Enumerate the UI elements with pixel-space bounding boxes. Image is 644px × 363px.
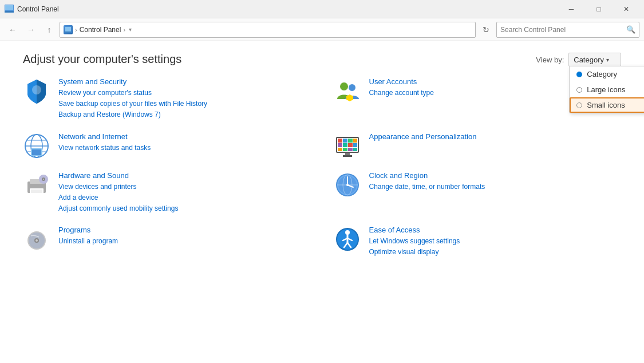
option-category-label: Category [587,70,617,78]
svg-rect-1 [5,11,14,13]
hardware-sound-link-2[interactable]: Add a device [58,192,178,203]
system-security-icon [23,77,50,105]
search-box[interactable]: 🔍 [496,22,639,38]
svg-rect-35 [31,190,42,193]
network-internet-link-1[interactable]: View network status and tasks [58,143,151,153]
item-programs: Programs Uninstall a program [23,226,311,258]
search-input[interactable] [500,26,626,34]
path-dropdown-arrow: ▾ [129,26,132,33]
title-bar-left: Control Panel [5,5,59,14]
svg-rect-2 [5,5,13,10]
system-security-title[interactable]: System and Security [58,77,207,86]
main-content: Adjust your computer's settings View by:… [0,41,644,363]
option-large-icons-label: Large icons [587,85,625,94]
system-security-link-2[interactable]: Save backup copies of your files with Fi… [58,98,207,109]
user-accounts-icon [334,77,361,105]
hardware-sound-title[interactable]: Hardware and Sound [58,171,178,180]
view-by-menu: Category Large icons Small icons 1 [569,66,644,113]
svg-rect-25 [353,143,357,147]
network-internet-icon [23,132,50,160]
programs-content: Programs Uninstall a program [58,226,118,247]
back-button[interactable]: ← [5,22,21,38]
close-button[interactable]: ✕ [613,0,639,18]
svg-point-6 [32,85,41,94]
appearance-title[interactable]: Appearance and Personalization [369,132,477,141]
refresh-button[interactable]: ↻ [478,22,494,38]
path-separator-1: › [75,26,77,33]
system-security-link-3[interactable]: Backup and Restore (Windows 7) [58,109,207,120]
radio-selected-icon [576,72,582,77]
ease-of-access-icon [334,226,361,253]
forward-button[interactable]: → [23,22,39,38]
item-clock-region: Clock and Region Change date, time, or n… [334,171,622,215]
item-network-internet: Network and Internet View network status… [23,132,311,160]
page-title: Adjust your computer's settings [23,53,621,66]
svg-point-8 [349,84,355,91]
network-internet-content: Network and Internet View network status… [58,132,151,153]
appearance-icon [334,132,361,160]
dropdown-arrow-icon: ▾ [606,57,609,63]
svg-point-7 [340,82,348,90]
minimize-button[interactable]: ─ [558,0,584,18]
programs-icon [23,226,50,253]
radio-empty-icon-2 [576,102,582,108]
option-small-icons[interactable]: Small icons 1 [570,97,644,113]
maximize-button[interactable]: □ [586,0,612,18]
svg-rect-26 [338,148,342,151]
view-by-value: Category [574,56,604,64]
user-accounts-title[interactable]: User Accounts [369,77,434,86]
hardware-sound-icon [23,171,50,199]
option-small-icons-label: Small icons [587,101,625,109]
svg-rect-20 [348,139,353,143]
clock-region-link-1[interactable]: Change date, time, or number formats [369,182,485,192]
window-title: Control Panel [17,5,59,13]
svg-rect-18 [338,139,342,143]
programs-link-1[interactable]: Uninstall a program [58,236,118,247]
system-security-link-1[interactable]: Review your computer's status [58,88,207,98]
appearance-content: Appearance and Personalization [369,132,477,143]
option-large-icons[interactable]: Large icons [570,82,644,97]
path-home-icon [64,25,73,34]
svg-rect-22 [338,143,342,147]
items-grid: System and Security Review your computer… [23,77,621,258]
svg-rect-28 [348,148,353,151]
view-by-dropdown[interactable]: Category ▾ Category Large icons Small ic… [568,53,621,66]
control-panel-icon [5,5,14,14]
title-bar: Control Panel ─ □ ✕ [0,0,644,18]
user-accounts-content: User Accounts Change account type [369,77,434,98]
item-appearance: Appearance and Personalization [334,132,622,160]
ease-of-access-title[interactable]: Ease of Access [369,226,460,234]
system-security-content: System and Security Review your computer… [58,77,207,121]
option-category[interactable]: Category [570,66,644,82]
svg-rect-15 [32,149,41,155]
clock-region-title[interactable]: Clock and Region [369,171,485,180]
clock-region-content: Clock and Region Change date, time, or n… [369,171,485,192]
svg-rect-23 [343,143,347,147]
user-accounts-link-1[interactable]: Change account type [369,88,434,98]
svg-rect-30 [345,153,350,155]
svg-point-50 [35,239,38,242]
svg-rect-29 [353,148,357,151]
svg-rect-24 [348,143,353,147]
svg-point-38 [43,179,44,180]
svg-rect-27 [343,148,347,151]
radio-empty-icon [576,87,582,93]
svg-rect-19 [343,139,347,143]
svg-rect-31 [343,155,352,157]
title-bar-controls: ─ □ ✕ [558,0,639,18]
network-internet-title[interactable]: Network and Internet [58,132,151,141]
address-path[interactable]: › Control Panel › ▾ [60,22,476,38]
item-system-security: System and Security Review your computer… [23,77,311,121]
item-ease-of-access: Ease of Access Let Windows suggest setti… [334,226,622,258]
item-hardware-sound: Hardware and Sound View devices and prin… [23,171,311,215]
programs-title[interactable]: Programs [58,226,118,234]
ease-of-access-link-1[interactable]: Let Windows suggest settings [369,236,460,247]
svg-rect-21 [353,139,357,143]
hardware-sound-link-1[interactable]: View devices and printers [58,182,178,192]
hardware-sound-link-3[interactable]: Adjust commonly used mobility settings [58,203,178,214]
ease-of-access-link-2[interactable]: Optimize visual display [369,247,460,258]
up-button[interactable]: ↑ [41,22,57,38]
svg-rect-5 [65,31,71,33]
path-control-panel[interactable]: Control Panel [80,26,121,34]
svg-rect-4 [65,27,71,31]
